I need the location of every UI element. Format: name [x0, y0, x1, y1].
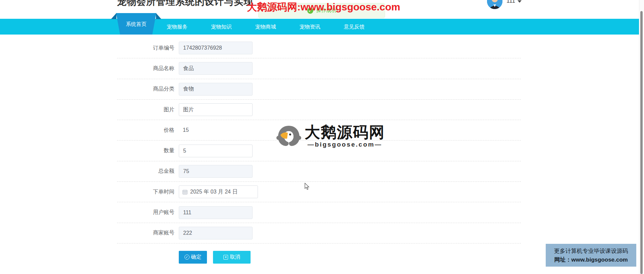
ribbon-fold-right [156, 13, 161, 19]
field-label: 订单编号 [117, 45, 174, 52]
form-actions: ✓ 确定 ✕ 取消 [179, 251, 521, 264]
merchant-account-input[interactable] [179, 227, 253, 239]
quantity-input[interactable] [179, 145, 253, 157]
form-row: 商品名称 [117, 58, 521, 79]
product-category-input[interactable] [179, 83, 253, 96]
field-label: 用户账号 [117, 209, 174, 216]
field-label: 数量 [117, 147, 174, 154]
calendar-icon [182, 189, 187, 195]
scrollbar-track[interactable] [639, 0, 644, 274]
main-nav: 系统首页 宠物服务 宠物知识 宠物商城 宠物资讯 意见反馈 [0, 19, 639, 35]
user-photo-icon [487, 0, 502, 9]
field-label: 商品分类 [117, 86, 174, 93]
footer-ad-line2: 网址：www.bigsgoose.com [546, 256, 636, 264]
watermark-banner: 大鹅源码网:www.bigsgoose.com [247, 0, 400, 14]
close-square-icon: ✕ [223, 255, 228, 260]
confirm-button-label: 确定 [191, 254, 202, 261]
user-account-input[interactable] [179, 206, 253, 219]
nav-tab-home-label: 系统首页 [111, 21, 161, 28]
avatar[interactable] [487, 0, 502, 9]
footer-ad-box: 更多计算机专业毕设课设源码 网址：www.bigsgoose.com [546, 244, 636, 267]
form-row: 下单时间 2025 年 03 月 24 日 [117, 182, 521, 202]
nav-tab-pet-news[interactable]: 宠物资讯 [288, 19, 332, 35]
order-date-value: 2025 年 03 月 24 日 [190, 188, 237, 196]
nav-tab-pet-knowledge[interactable]: 宠物知识 [199, 19, 244, 35]
image-input[interactable] [179, 103, 253, 116]
product-name-input[interactable] [179, 62, 253, 75]
total-amount-input[interactable] [179, 165, 253, 178]
order-number-input[interactable] [179, 42, 253, 54]
ribbon-fold-left [111, 13, 116, 19]
nav-tab-pet-service[interactable]: 宠物服务 [155, 19, 199, 35]
cancel-button[interactable]: ✕ 取消 [213, 251, 251, 264]
price-value: 15 [179, 127, 189, 133]
check-circle-icon: ✓ [184, 255, 190, 260]
form-row: 图片 [117, 100, 521, 120]
nav-tab-home[interactable]: 系统首页 [111, 13, 161, 35]
field-label: 下单时间 [117, 188, 174, 196]
nav-tab-pet-mall[interactable]: 宠物商城 [244, 19, 288, 35]
form-row: 用户账号 [117, 202, 521, 223]
footer-ad-line1: 更多计算机专业毕设课设源码 [546, 247, 636, 256]
nav-items: 宠物服务 宠物知识 宠物商城 宠物资讯 意见反馈 [155, 19, 376, 35]
scrollbar-thumb[interactable] [640, 11, 643, 274]
goose-logo-icon [276, 124, 302, 150]
form-row: 商家账号 [117, 223, 521, 243]
nav-tab-feedback[interactable]: 意见反馈 [332, 19, 376, 35]
order-date-picker[interactable]: 2025 年 03 月 24 日 [179, 185, 258, 198]
field-label: 商家账号 [117, 229, 174, 236]
field-label: 图片 [117, 106, 174, 113]
field-label: 价格 [117, 127, 174, 134]
center-watermark: 大鹅源码网 —bigsgoose.com— [276, 124, 385, 150]
page-title: 宠物会所管理系统的设计与实现 [117, 0, 253, 8]
caret-down-icon [518, 0, 522, 3]
cancel-button-label: 取消 [230, 254, 240, 261]
watermark-subtitle: —bigsgoose.com— [308, 141, 382, 148]
form-row: 订单编号 [117, 38, 521, 58]
watermark-texts: 大鹅源码网 —bigsgoose.com— [305, 124, 385, 148]
field-label: 商品名称 [117, 65, 174, 72]
form-row: 总金额 [117, 161, 521, 182]
page: 宠物会所管理系统的设计与实现 111 ✓ 操作成功 大鹅源码网:www.bigs… [0, 0, 644, 274]
watermark-title: 大鹅源码网 [305, 124, 385, 141]
user-name: 111 [506, 0, 515, 4]
field-label: 总金额 [117, 168, 174, 175]
form-row: 商品分类 [117, 79, 521, 100]
user-menu[interactable]: 111 [506, 0, 522, 4]
confirm-button[interactable]: ✓ 确定 [179, 251, 207, 264]
